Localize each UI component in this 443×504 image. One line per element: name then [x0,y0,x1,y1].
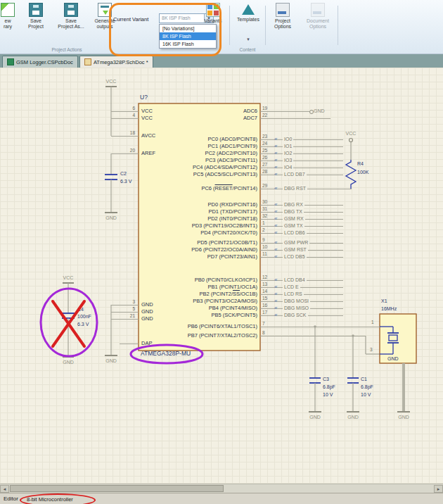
button-label: ew [0,18,18,24]
net-label: DBG MISO [283,305,310,312]
button-label: Project [267,18,298,24]
net-wire [260,139,343,140]
pin-wire [111,319,139,320]
pin-number: 24 [262,141,267,146]
scrollbar-thumb[interactable] [10,485,224,492]
pin-number: 17 [262,310,267,315]
pin-number: 10 [262,244,267,250]
variant-dropdown-list: [No Variations] 8K ISP Flash 16K ISP Fla… [159,24,217,49]
pin-number: 29 [262,183,267,189]
net-label: DBG RX [283,201,304,208]
net-label: GSM PWR [283,239,309,246]
toolbar-separator [338,6,338,45]
gnd-net-label: GND [314,108,325,114]
pin-number: 16 [262,303,267,308]
net-wire [260,146,343,147]
pin-number: 32 [262,213,267,219]
variants-icon [206,3,220,17]
pin-number: 2 [262,227,265,233]
pin-number: 26 [262,155,267,160]
variants-button[interactable]: Variants [198,3,228,24]
scroll-left-arrow-icon[interactable]: ◂ [0,485,9,493]
pin-number: 28 [262,169,267,175]
pin-number: 13 [262,282,267,287]
pin-number: 15 [262,296,267,301]
net-label: DBG MOSI [283,298,310,305]
button-label: Save [20,18,52,24]
port-chevron-icon: « [274,291,277,297]
net-label: IO0 [283,136,293,143]
save-as-icon [64,3,78,17]
pin-number: 1 [262,220,265,226]
net-label: LCD DB4 [283,277,307,284]
document-options-button[interactable]: Document Options [301,3,335,30]
net-label: LCD DB7 [283,171,307,178]
net-label: GSM TX [283,222,304,229]
status-bar: Editor 8-bit Microcontroller [0,493,443,504]
button-label: Project As... [53,24,89,30]
ribbon-toolbar: ew rary Save Project Save Project As... … [0,0,443,54]
dropdown-option-16k-isp-flash[interactable]: 16K ISP Flash [160,40,216,48]
project-options-button[interactable]: Project Options [267,3,298,30]
templates-button[interactable]: Templates [232,3,264,23]
pin-wire [111,111,139,112]
pin-number: 3 [120,299,135,305]
port-chevron-icon: « [274,216,277,222]
tab-label: ATmega328P.SchDoc * [94,59,148,65]
dropdown-option-no-variations[interactable]: [No Variations] [160,25,216,32]
button-label: Options [267,24,298,30]
pin-number: 19 [262,106,267,111]
pin-number: 4 [120,113,135,118]
net-label: IO2 [283,150,293,157]
net-wire [260,168,343,168]
port-chevron-icon: « [274,144,277,149]
scroll-right-arrow-icon[interactable]: ▸ [434,485,443,493]
atmega328p-symbol[interactable] [139,103,260,351]
new-library-button[interactable]: ew rary [0,3,18,30]
net-wire [260,336,366,336]
net-label: GSM RST [283,246,308,253]
button-label: Variants [198,18,228,24]
pcb-doc-icon [7,58,14,65]
toolbar-separator [265,6,266,45]
net-wire [260,118,330,119]
button-label: rary [0,24,18,30]
status-component-tag: 8-bit Microcontroller [27,496,73,503]
project-options-icon [276,3,290,17]
dropdown-option-8k-isp-flash[interactable]: 8K ISP Flash [160,32,216,40]
net-label: LCD DB5 [283,253,307,260]
net-wire [260,153,343,154]
document-options-icon [311,3,325,17]
document-tab-bar: GSM Logger.CSPcbDoc ATmega328P.SchDoc * [0,54,443,68]
pin-number: 18 [120,130,135,136]
net-label: LCD RS [283,291,304,298]
pin-wire [111,136,139,137]
pin-number: 22 [262,113,267,118]
port-chevron-icon: « [274,202,277,208]
templates-dropdown-caret-icon[interactable]: ▾ [232,37,264,42]
net-label: IO3 [283,157,293,164]
pin-number: 21 [120,313,135,319]
toolbar-separator [229,6,230,45]
horizontal-scrollbar[interactable]: ◂ ▸ [0,484,443,493]
pin-number: 14 [262,289,267,294]
net-label: GSM RX [283,215,305,222]
port-chevron-icon: « [274,186,277,191]
port-chevron-icon: « [274,137,277,142]
port-chevron-icon: « [274,230,277,236]
current-variant-value: 8K ISP Flash [160,14,204,23]
pin-number: 9 [262,237,265,243]
save-project-button[interactable]: Save Project [20,3,52,30]
tab-gsm-logger-pcbdoc[interactable]: GSM Logger.CSPcbDoc [2,56,78,68]
port-chevron-icon: « [274,172,277,177]
save-project-as-button[interactable]: Save Project As... [53,3,89,30]
current-variant-label: Current Variant [113,16,148,23]
port-chevron-icon: « [274,284,277,290]
schematic-canvas[interactable]: 6VCC4VCC18AVCC20AREF3GND5GND21GNDDAPADC6… [0,68,443,484]
net-label: LCD E [283,284,300,291]
new-library-icon [1,3,15,17]
net-label: IO1 [283,143,293,150]
net-label: IO4 [283,164,293,171]
pin-number: 20 [120,148,135,153]
tab-atmega328p-schdoc[interactable]: ATmega328P.SchDoc * [79,56,153,68]
